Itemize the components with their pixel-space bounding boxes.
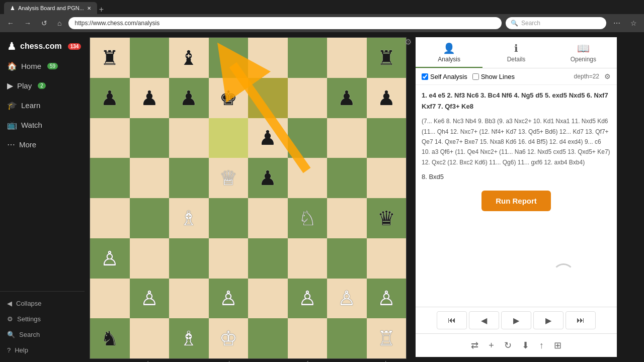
reset-button[interactable]: ↻ — [502, 338, 514, 353]
menu-button[interactable]: ⋯ — [610, 18, 623, 28]
share-button[interactable]: ↑ — [537, 338, 546, 353]
chess-square[interactable]: ♟7 — [90, 78, 130, 118]
chess-square[interactable] — [209, 198, 249, 238]
chess-square[interactable] — [327, 118, 367, 158]
chess-square[interactable] — [169, 158, 209, 198]
new-tab-button[interactable]: + — [99, 5, 104, 14]
forward-button[interactable]: → — [21, 18, 34, 28]
chess-square[interactable] — [367, 158, 407, 198]
flip-board-button[interactable]: ⇄ — [469, 338, 480, 353]
sidebar-item-more[interactable]: ⋯ More — [0, 135, 85, 154]
sidebar-item-collapse[interactable]: ◀ Collapse — [0, 296, 85, 311]
chess-square[interactable] — [248, 198, 288, 238]
chess-square[interactable] — [288, 238, 328, 279]
active-tab[interactable]: ♟ Analysis Board and PGN... ✕ — [4, 2, 97, 14]
add-button[interactable]: + — [487, 338, 496, 353]
chess-square[interactable] — [248, 279, 288, 319]
chess-square[interactable] — [367, 118, 407, 158]
tab-openings[interactable]: 📖 Openings — [550, 37, 617, 68]
chess-square[interactable] — [288, 78, 328, 118]
first-move-button[interactable]: ⏮ — [437, 311, 467, 329]
tab-close-button[interactable]: ✕ — [87, 6, 91, 11]
chess-square[interactable]: ♝ — [169, 38, 209, 78]
chess-square[interactable] — [327, 158, 367, 198]
next-move-button[interactable]: ▶ — [533, 311, 564, 329]
show-lines-checkbox-label[interactable]: Show Lines — [472, 73, 515, 80]
chess-square[interactable] — [248, 238, 288, 279]
sidebar-item-search[interactable]: 🔍 Search — [0, 327, 85, 342]
layout-button[interactable]: ⊞ — [552, 338, 564, 353]
chess-square[interactable]: 4 — [90, 198, 130, 238]
chess-square[interactable]: ♗ — [169, 318, 209, 358]
chess-square[interactable] — [169, 118, 209, 158]
chess-square[interactable]: ♙ — [367, 279, 407, 319]
chess-square[interactable] — [209, 38, 249, 78]
tab-analysis[interactable]: 👤 Analysis — [416, 37, 482, 68]
download-button[interactable]: ⬇ — [520, 338, 531, 353]
chess-square[interactable] — [288, 118, 328, 158]
chess-square[interactable] — [130, 318, 170, 358]
chess-square[interactable] — [248, 78, 288, 118]
chess-square[interactable] — [327, 198, 367, 238]
home-button[interactable]: ⌂ — [54, 18, 64, 28]
chess-square[interactable]: ♟ — [130, 78, 170, 118]
chess-square[interactable]: ♜ — [367, 38, 407, 78]
logo[interactable]: ♟ chess.com 134 — [0, 36, 85, 56]
sidebar-item-settings[interactable]: ⚙ Settings — [0, 311, 85, 327]
chess-square[interactable]: ♜8 — [90, 38, 130, 78]
chess-square[interactable] — [130, 118, 170, 158]
chess-square[interactable] — [288, 318, 328, 358]
chess-square[interactable]: 5 — [90, 158, 130, 198]
url-bar[interactable]: https://www.chess.com/analysis — [68, 17, 502, 29]
self-analysis-checkbox[interactable] — [422, 73, 428, 80]
chess-square[interactable] — [209, 118, 249, 158]
chess-square[interactable]: ♛ — [367, 198, 407, 238]
chess-square[interactable]: ♟ — [169, 78, 209, 118]
chess-square[interactable] — [169, 238, 209, 279]
chess-square[interactable]: ♟ — [327, 78, 367, 118]
chess-square[interactable] — [130, 238, 170, 279]
chess-square[interactable]: ♘ — [288, 198, 328, 238]
chess-square[interactable] — [248, 38, 288, 78]
show-lines-checkbox[interactable] — [472, 73, 479, 80]
prev-move-button[interactable]: ◀ — [469, 311, 499, 329]
chess-square[interactable] — [288, 38, 328, 78]
chess-square[interactable]: ♗ — [169, 198, 209, 238]
chess-board[interactable]: ♜8♝♜♟7♟♟♚♟♟6♟5♕♟4♗♘♛♙32♙♙♙♙♙♞1♗♔♖ — [90, 37, 407, 359]
chess-square[interactable]: ♟ — [248, 158, 288, 198]
run-report-button[interactable]: Run Report — [481, 191, 551, 211]
chess-square[interactable]: ♙ — [209, 279, 249, 319]
chess-square[interactable] — [169, 279, 209, 319]
chess-square[interactable] — [367, 238, 407, 279]
chess-square[interactable]: ♙3 — [90, 238, 130, 279]
chess-square[interactable]: 2 — [90, 279, 130, 319]
chess-square[interactable] — [130, 198, 170, 238]
chess-square[interactable] — [130, 38, 170, 78]
chess-square[interactable]: ♙ — [288, 279, 328, 319]
self-analysis-checkbox-label[interactable]: Self Analysis — [422, 73, 467, 80]
chess-square[interactable]: ♖ — [367, 318, 407, 358]
sidebar-item-learn[interactable]: 🎓 Learn — [0, 96, 85, 115]
chess-square[interactable]: ♔ — [209, 318, 249, 358]
chess-square[interactable] — [288, 158, 328, 198]
chess-square[interactable] — [130, 158, 170, 198]
panel-settings-button[interactable]: ⚙ — [604, 72, 611, 80]
chess-square[interactable]: ♕ — [209, 158, 249, 198]
play-button[interactable]: ▶ — [501, 311, 531, 329]
sidebar-item-play[interactable]: ▶ Play 2 — [0, 76, 85, 96]
tab-details[interactable]: ℹ Details — [482, 37, 549, 68]
last-move-button[interactable]: ⏭ — [566, 311, 596, 329]
sidebar-item-help[interactable]: ? Help — [0, 342, 85, 358]
chess-square[interactable]: ♟ — [367, 78, 407, 118]
refresh-button[interactable]: ↺ — [38, 18, 50, 28]
favorites-button[interactable]: ☆ — [627, 18, 640, 28]
sidebar-item-watch[interactable]: 📺 Watch — [0, 115, 85, 135]
chess-square[interactable] — [209, 238, 249, 279]
chess-square[interactable]: 6 — [90, 118, 130, 158]
chess-square[interactable] — [327, 38, 367, 78]
chess-square[interactable]: ♙ — [327, 279, 367, 319]
chess-square[interactable] — [327, 238, 367, 279]
chess-square[interactable]: ♚ — [209, 78, 249, 118]
chess-square[interactable]: ♙ — [130, 279, 170, 319]
back-button[interactable]: ← — [4, 18, 17, 28]
